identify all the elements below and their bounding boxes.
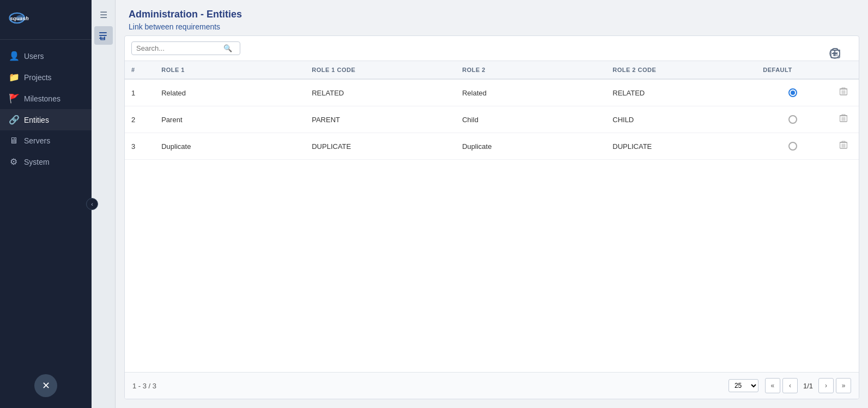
svg-rect-20 (842, 88, 845, 89)
delete-row-button[interactable] (836, 140, 851, 153)
main-content: Administration - Entities Link between r… (116, 0, 868, 408)
col-header-action (829, 61, 859, 79)
first-page-button[interactable]: « (765, 378, 780, 393)
cell-action (829, 106, 859, 133)
svg-rect-5 (99, 38, 105, 39)
current-page: 1/1 (800, 382, 816, 390)
col-header-role1code: ROLE 1 CODE (305, 61, 456, 79)
cell-role1code: RELATED (305, 79, 456, 106)
cell-default[interactable] (756, 133, 828, 160)
default-radio-btn[interactable] (788, 142, 797, 151)
cell-num: 2 (125, 106, 155, 133)
cell-num: 3 (125, 133, 155, 160)
trash-icon (830, 48, 840, 59)
svg-text:squash: squash (10, 15, 29, 21)
default-radio-btn[interactable] (788, 115, 797, 124)
link-view-button[interactable] (94, 26, 113, 45)
table-row: 3 Duplicate DUPLICATE Duplicate DUPLICAT… (125, 133, 859, 160)
cell-role1: Parent (155, 106, 305, 133)
next-page-button[interactable]: › (818, 378, 834, 393)
search-box[interactable]: 🔍 (131, 41, 240, 55)
col-header-num: # (125, 61, 155, 79)
row-trash-icon (840, 114, 847, 123)
link-icon (99, 31, 108, 40)
sidebar-item-system[interactable]: ⚙ System (0, 151, 92, 172)
sidebar-label-milestones: Milestones (24, 94, 60, 103)
squash-logo-icon: squash (9, 8, 29, 28)
col-header-role1: ROLE 1 (155, 61, 305, 79)
cell-role1code: DUPLICATE (305, 133, 456, 160)
list-view-button[interactable]: ☰ (94, 5, 113, 24)
logo-area: squash (0, 0, 92, 40)
cell-num: 1 (125, 79, 155, 106)
close-button[interactable]: ✕ (34, 374, 57, 397)
table-row: 1 Related RELATED Related RELATED (125, 79, 859, 106)
cell-default[interactable] (756, 79, 828, 106)
col-header-role2code: ROLE 2 CODE (606, 61, 756, 79)
sidebar-nav: 👤 Users 📁 Projects 🚩 Milestones 🔗 Entiti… (0, 40, 92, 408)
pagination-controls: 25 10 50 100 « ‹ 1/1 › » (729, 378, 851, 393)
sidebar-label-entities: Entities (24, 116, 49, 124)
cell-role2code: DUPLICATE (606, 133, 756, 160)
cell-role2: Related (456, 79, 606, 106)
cell-role2: Duplicate (456, 133, 606, 160)
cell-role2: Child (456, 106, 606, 133)
table-footer: 1 - 3 / 3 25 10 50 100 « ‹ 1/1 › » (125, 372, 859, 399)
row-trash-icon (840, 141, 847, 149)
header-row: # ROLE 1 ROLE 1 CODE ROLE 2 ROLE 2 CODE … (125, 61, 859, 79)
cell-action (829, 133, 859, 160)
svg-rect-8 (100, 39, 105, 40)
users-icon: 👤 (9, 51, 19, 61)
cell-role1: Related (155, 79, 305, 106)
delete-all-button[interactable] (829, 47, 841, 60)
delete-row-button[interactable] (836, 113, 851, 126)
servers-icon: 🖥 (9, 136, 19, 146)
last-page-button[interactable]: » (836, 378, 851, 393)
cell-role1: Duplicate (155, 133, 305, 160)
svg-rect-3 (99, 32, 107, 33)
sidebar-label-users: Users (24, 52, 44, 61)
sidebar: squash 👤 Users 📁 Projects 🚩 Milestones 🔗… (0, 0, 92, 408)
table-row: 2 Parent PARENT Child CHILD (125, 106, 859, 133)
table-scroll-area: # ROLE 1 ROLE 1 CODE ROLE 2 ROLE 2 CODE … (125, 61, 859, 372)
page-subtitle: Link between requirements (129, 22, 855, 31)
sidebar-item-entities[interactable]: 🔗 Entities (0, 109, 92, 130)
svg-rect-26 (842, 115, 845, 116)
data-table: # ROLE 1 ROLE 1 CODE ROLE 2 ROLE 2 CODE … (125, 61, 859, 160)
prev-page-button[interactable]: ‹ (782, 378, 798, 393)
sidebar-label-system: System (24, 158, 50, 166)
system-icon: ⚙ (9, 157, 19, 167)
table-header: # ROLE 1 ROLE 1 CODE ROLE 2 ROLE 2 CODE … (125, 61, 859, 79)
per-page-select[interactable]: 25 10 50 100 (729, 379, 758, 392)
search-input[interactable] (136, 44, 223, 52)
table-body: 1 Related RELATED Related RELATED (125, 79, 859, 160)
row-trash-icon (840, 87, 847, 96)
sidebar-item-users[interactable]: 👤 Users (0, 45, 92, 67)
page-title: Administration - Entities (129, 9, 855, 20)
sidebar-item-milestones[interactable]: 🚩 Milestones (0, 88, 92, 109)
svg-rect-4 (99, 35, 107, 36)
table-toolbar: 🔍 (125, 36, 859, 61)
sidebar-item-projects[interactable]: 📁 Projects (0, 67, 92, 88)
logo: squash (9, 8, 83, 28)
cell-role1code: PARENT (305, 106, 456, 133)
sidebar-item-servers[interactable]: 🖥 Servers (0, 130, 92, 151)
sidebar-label-projects: Projects (24, 73, 52, 82)
col-header-role2: ROLE 2 (456, 61, 606, 79)
col-header-default: DEFAULT (756, 61, 828, 79)
sidebar-label-servers: Servers (24, 136, 50, 145)
projects-icon: 📁 (9, 72, 19, 82)
page-header: Administration - Entities Link between r… (116, 0, 868, 35)
default-radio-btn[interactable] (788, 88, 797, 97)
svg-rect-32 (842, 141, 845, 142)
cell-default[interactable] (756, 106, 828, 133)
pagination-info: 1 - 3 / 3 (132, 382, 156, 390)
cell-role2code: CHILD (606, 106, 756, 133)
table-area: 🔍 (124, 35, 859, 399)
delete-row-button[interactable] (836, 86, 851, 99)
sidebar-collapse-button[interactable]: ‹ (86, 198, 98, 210)
search-icon: 🔍 (223, 44, 232, 52)
milestones-icon: 🚩 (9, 93, 19, 104)
cell-action (829, 79, 859, 106)
cell-role2code: RELATED (606, 79, 756, 106)
